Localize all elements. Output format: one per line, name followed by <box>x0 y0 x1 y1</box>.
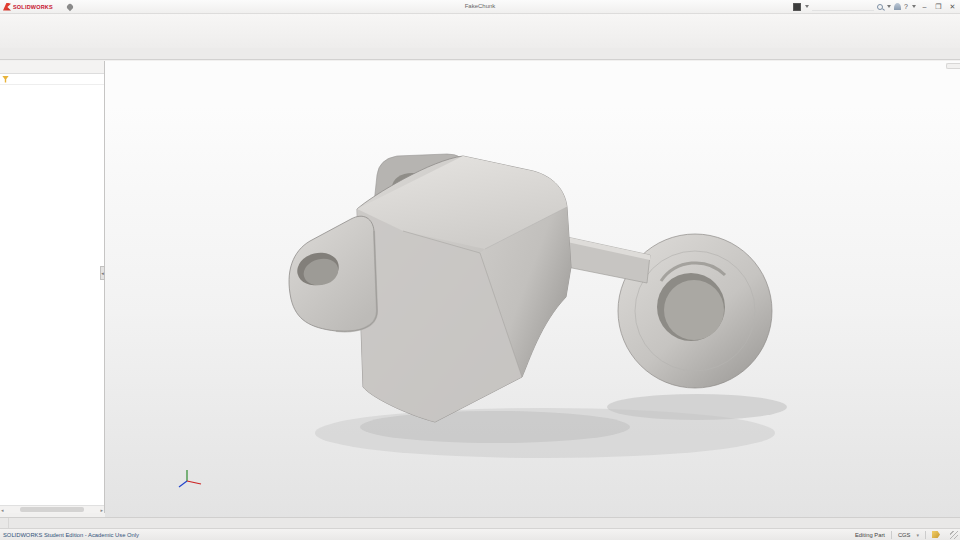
task-pane-strip <box>946 63 960 69</box>
document-tab-bar <box>0 517 960 528</box>
pin-icon[interactable] <box>66 2 74 10</box>
editing-mode-label: Editing Part <box>855 532 885 538</box>
status-divider2 <box>925 531 926 539</box>
units-caret-icon[interactable]: ▾ <box>916 532 919 538</box>
status-bar: SOLIDWORKS Student Edition - Academic Us… <box>0 528 960 540</box>
panel-horizontal-scrollbar[interactable]: ◂ ▸ <box>0 505 104 513</box>
search-caret-icon[interactable] <box>805 5 809 8</box>
search-command-icon[interactable] <box>793 3 801 11</box>
custom-properties-tag-icon[interactable] <box>932 531 940 538</box>
solidworks-window: SOLIDWORKS FakeChunk ? – ❐ ✕ <box>0 0 960 540</box>
search-input[interactable] <box>812 2 874 11</box>
solidworks-logo-text: SOLIDWORKS <box>13 4 53 10</box>
solidworks-logo-icon <box>3 3 11 11</box>
titlebar-right: ? – ❐ ✕ <box>793 1 958 12</box>
solidworks-logo: SOLIDWORKS <box>3 3 53 11</box>
tab-scroll-controls <box>0 518 9 528</box>
resize-grip[interactable] <box>950 531 958 539</box>
scroll-right-icon[interactable]: ▸ <box>100 507 103 513</box>
search-scope-caret-icon[interactable] <box>887 5 891 8</box>
ribbon-tab-strip <box>0 48 960 60</box>
scroll-left-icon[interactable]: ◂ <box>1 507 4 513</box>
close-button[interactable]: ✕ <box>947 1 958 12</box>
user-account-icon[interactable] <box>894 3 901 10</box>
main-area: *Isometric ◂ ◂ ▸ <box>0 61 960 517</box>
tree-filter-row <box>0 74 104 85</box>
titlebar: SOLIDWORKS FakeChunk ? – ❐ ✕ <box>0 0 960 14</box>
restore-button[interactable]: ❐ <box>933 1 944 12</box>
panel-tab-strip <box>0 61 104 74</box>
status-right: Editing Part CGS ▾ <box>855 531 960 539</box>
status-divider <box>891 531 892 539</box>
help-caret-icon[interactable] <box>912 5 916 8</box>
filter-funnel-icon[interactable] <box>2 76 9 83</box>
graphics-viewport[interactable]: *Isometric <box>105 61 960 517</box>
units-selector[interactable]: CGS <box>898 532 911 538</box>
part-3d-model[interactable] <box>105 61 960 517</box>
ribbon-toolbar <box>0 14 960 48</box>
feature-manager-panel: ◂ ◂ ▸ <box>0 61 105 513</box>
minimize-button[interactable]: – <box>919 1 930 12</box>
feature-tree <box>0 85 104 86</box>
help-button[interactable]: ? <box>904 3 908 10</box>
search-icon[interactable] <box>877 4 883 10</box>
scrollbar-thumb[interactable] <box>20 507 84 512</box>
panel-collapse-arrow[interactable]: ◂ <box>100 266 105 280</box>
license-text: SOLIDWORKS Student Edition - Academic Us… <box>3 532 139 538</box>
orientation-triad <box>177 467 203 489</box>
